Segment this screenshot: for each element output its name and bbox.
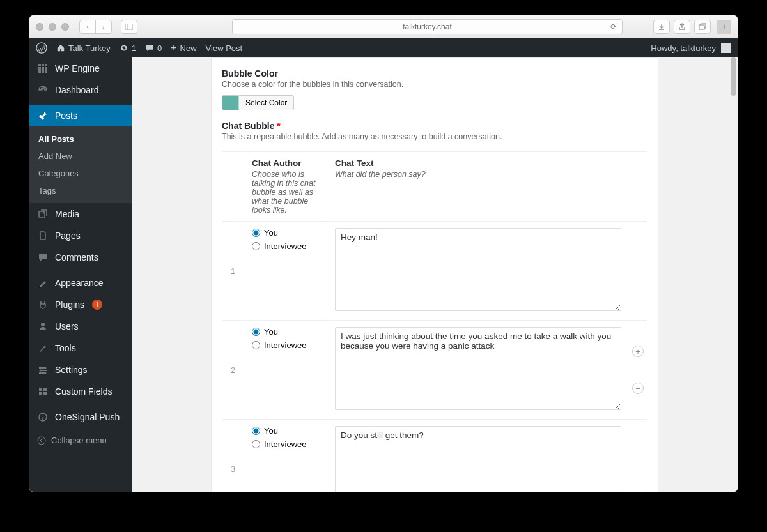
radio-input[interactable] [252,440,260,448]
svg-rect-23 [39,392,42,395]
radio-label: You [264,327,278,337]
sidebar-item-appearance[interactable]: Appearance [29,272,132,294]
sidebar-item-settings[interactable]: Settings [29,359,132,381]
author-radio-you[interactable]: You [252,327,319,337]
avatar [721,43,731,53]
sidebar-item-users[interactable]: Users [29,315,132,337]
wp-logo[interactable] [36,42,47,54]
browser-back-button[interactable]: ‹ [79,20,96,34]
row-number[interactable]: 2 [222,321,244,419]
author-radio-you[interactable]: You [252,228,319,238]
tabs-button[interactable] [694,20,711,34]
row-number[interactable]: 1 [222,222,244,320]
browser-forward-button[interactable]: › [95,20,112,34]
custom-fields-icon [37,386,49,397]
submenu-all-posts[interactable]: All Posts [29,130,132,148]
wpengine-icon [37,63,49,74]
radio-label: Interviewee [264,340,306,350]
author-radio-interviewee[interactable]: Interviewee [252,439,319,449]
color-swatch[interactable] [222,95,238,110]
text-cell: Do you still get them? [327,420,629,492]
select-color-button[interactable]: Select Color [238,95,294,110]
submenu-categories[interactable]: Categories [29,165,132,182]
account-menu[interactable]: Howdy, talkturkey [651,43,731,53]
submenu-tags[interactable]: Tags [29,182,132,199]
svg-rect-24 [43,392,47,395]
new-content-link[interactable]: + New [171,42,196,54]
author-radio-interviewee[interactable]: Interviewee [252,241,319,251]
author-cell: You Interviewee [244,222,327,320]
sidebar-label: Custom Fields [55,386,112,397]
row-actions [629,222,647,320]
chat-bubble-repeater: Chat Author Choose who is talking in thi… [222,151,647,492]
comment-icon [145,43,154,52]
svg-rect-9 [45,67,47,70]
new-tab-button[interactable]: + [717,20,731,34]
sidebar-item-dashboard[interactable]: Dashboard [29,79,132,101]
add-row-button[interactable]: + [632,346,644,357]
author-header: Chat Author [252,158,319,168]
downloads-button[interactable] [653,20,670,34]
acf-fields-box: Bubble Color Choose a color for the bubb… [211,57,658,492]
share-button[interactable] [674,20,690,34]
browser-nav-buttons: ‹ › [79,20,112,34]
collapse-menu[interactable]: Collapse menu [29,430,132,450]
radio-input[interactable] [252,328,260,336]
chat-bubble-field-header: Chat Bubble * This is a repeatable bubbl… [212,121,658,151]
sidebar-item-pages[interactable]: Pages [29,225,132,247]
sidebar-item-posts[interactable]: Posts [29,105,132,126]
scrollbar[interactable] [729,57,738,492]
svg-rect-6 [45,64,47,66]
sidebar-item-plugins[interactable]: Plugins 1 [29,294,132,315]
site-name-link[interactable]: Talk Turkey [56,43,111,53]
appearance-icon [37,277,49,289]
submenu-add-new[interactable]: Add New [29,148,132,165]
view-post-link[interactable]: View Post [206,43,243,53]
svg-rect-7 [38,67,41,70]
chat-text-input[interactable]: I was just thinking about the time you a… [335,327,621,410]
author-cell: You Interviewee [244,420,327,492]
sidebar-item-onesignal[interactable]: OneSignal Push [29,406,132,428]
comments-count: 0 [157,43,162,53]
radio-input[interactable] [252,229,260,237]
window-zoom[interactable] [61,23,69,31]
sidebar-item-tools[interactable]: Tools [29,337,132,359]
sidebar-label: Plugins [55,300,84,310]
scrollbar-thumb[interactable] [731,57,736,96]
comments-link[interactable]: 0 [145,43,162,53]
radio-input[interactable] [252,427,260,435]
sidebar-item-media[interactable]: Media [29,203,132,225]
collapse-icon [37,436,46,445]
window-minimize[interactable] [49,23,56,31]
bubble-color-field: Bubble Color Choose a color for the bubb… [212,68,658,121]
sidebar-item-custom-fields[interactable]: Custom Fields [29,381,132,402]
sidebar-label: Appearance [55,278,104,288]
radio-input[interactable] [252,341,260,349]
wp-body: WP Engine Dashboard Posts All Posts Add … [29,57,738,492]
radio-input[interactable] [252,242,260,250]
browser-titlebar: ‹ › talkturkey.chat ⟳ + [29,15,738,38]
chat-text-input[interactable]: Hey man! [335,228,621,311]
admin-sidebar: WP Engine Dashboard Posts All Posts Add … [29,57,132,492]
chat-bubble-desc: This is a repeatable bubble. Add as many… [222,132,647,141]
sidebar-label: OneSignal Push [55,412,120,422]
author-radio-you[interactable]: You [252,426,319,436]
window-close[interactable] [36,23,43,31]
row-number[interactable]: 3 [222,420,244,492]
updates-link[interactable]: 1 [120,43,136,53]
window-controls [36,23,69,31]
comments-icon [37,252,49,263]
svg-rect-8 [42,67,44,70]
author-radio-interviewee[interactable]: Interviewee [252,340,319,350]
browser-sidebar-toggle[interactable] [121,20,137,34]
reload-icon[interactable]: ⟳ [610,22,617,31]
svg-point-19 [40,370,42,372]
text-cell: Hey man! [327,222,629,320]
sidebar-item-comments[interactable]: Comments [29,247,132,268]
svg-point-18 [45,367,47,369]
remove-row-button[interactable]: − [632,383,644,394]
browser-address-bar[interactable]: talkturkey.chat ⟳ [232,19,623,34]
chat-text-input[interactable]: Do you still get them? [335,426,621,492]
sidebar-item-wpengine[interactable]: WP Engine [29,57,132,79]
browser-url: talkturkey.chat [403,22,451,31]
